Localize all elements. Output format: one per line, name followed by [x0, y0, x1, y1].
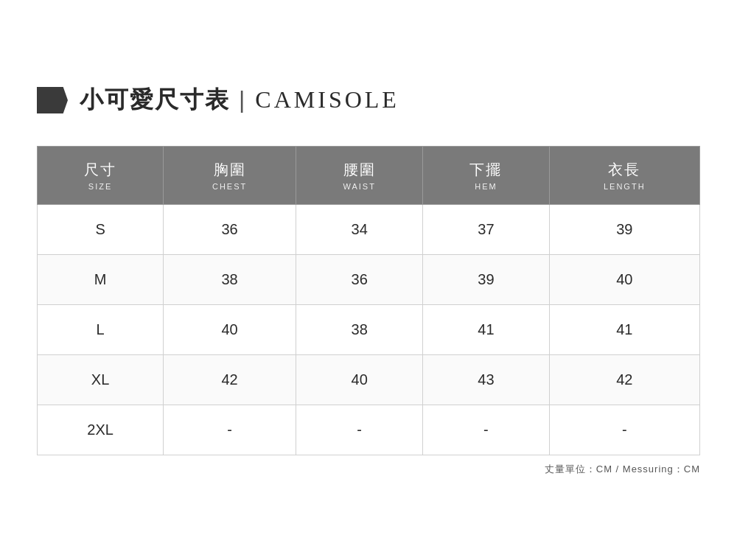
cell-row1-col4: 40 [549, 255, 699, 305]
cell-row1-col0: M [38, 255, 164, 305]
table-row: 2XL---- [38, 405, 700, 455]
cell-row2-col3: 41 [423, 305, 549, 355]
cell-row1-col1: 38 [164, 255, 296, 305]
title-latin: CAMISOLE [255, 86, 399, 113]
cell-row4-col4: - [549, 405, 699, 455]
title-chinese: 小可愛尺寸表 [80, 86, 230, 113]
cell-row2-col4: 41 [549, 305, 699, 355]
col-header-hem: 下擺 HEM [423, 147, 549, 205]
cell-row0-col1: 36 [164, 205, 296, 255]
table-row: L40384141 [38, 305, 700, 355]
footer-note: 丈量單位：CM / Messuring：CM [37, 463, 700, 476]
cell-row3-col0: XL [38, 355, 164, 405]
cell-row0-col3: 37 [423, 205, 549, 255]
cell-row3-col2: 40 [296, 355, 423, 405]
cell-row4-col0: 2XL [38, 405, 164, 455]
cell-row1-col2: 36 [296, 255, 423, 305]
col-header-chest: 胸圍 CHEST [164, 147, 296, 205]
cell-row2-col1: 40 [164, 305, 296, 355]
cell-row0-col2: 34 [296, 205, 423, 255]
title-section: 小可愛尺寸表|CAMISOLE [37, 84, 700, 116]
cell-row4-col1: - [164, 405, 296, 455]
table-row: M38363940 [38, 255, 700, 305]
page-title: 小可愛尺寸表|CAMISOLE [80, 84, 399, 116]
col-header-length: 衣長 LENGTH [549, 147, 699, 205]
title-divider: | [239, 86, 246, 113]
cell-row1-col3: 39 [423, 255, 549, 305]
cell-row0-col4: 39 [549, 205, 699, 255]
col-header-waist: 腰圍 WAIST [296, 147, 423, 205]
col-header-size: 尺寸 SIZE [38, 147, 164, 205]
cell-row3-col1: 42 [164, 355, 296, 405]
table-row: S36343739 [38, 205, 700, 255]
cell-row3-col3: 43 [423, 355, 549, 405]
table-row: XL42404342 [38, 355, 700, 405]
size-chart-table: 尺寸 SIZE 胸圍 CHEST 腰圍 WAIST 下擺 HEM 衣長 LE [37, 146, 700, 455]
tag-icon [37, 87, 68, 113]
cell-row3-col4: 42 [549, 355, 699, 405]
cell-row4-col2: - [296, 405, 423, 455]
cell-row2-col2: 38 [296, 305, 423, 355]
table-header-row: 尺寸 SIZE 胸圍 CHEST 腰圍 WAIST 下擺 HEM 衣長 LE [38, 147, 700, 205]
page-wrapper: 小可愛尺寸表|CAMISOLE 尺寸 SIZE 胸圍 CHEST 腰圍 WAIS… [37, 84, 700, 476]
cell-row2-col0: L [38, 305, 164, 355]
cell-row0-col0: S [38, 205, 164, 255]
cell-row4-col3: - [423, 405, 549, 455]
